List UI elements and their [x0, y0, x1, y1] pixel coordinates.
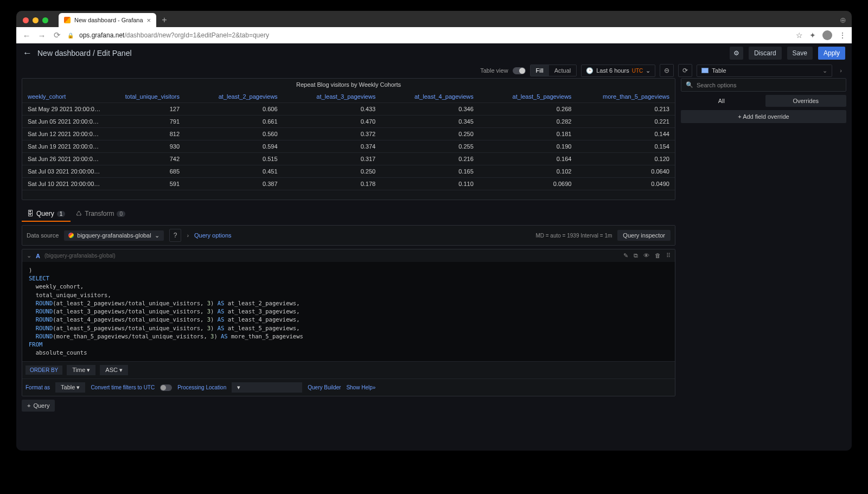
cell: 0.282 — [479, 116, 577, 127]
refresh-button[interactable]: ⟳ — [678, 64, 692, 77]
trash-icon[interactable]: 🗑 — [655, 252, 661, 259]
grafana-favicon-icon — [64, 17, 71, 23]
query-tabs: 🗄Query1 ♺Transform0 — [22, 203, 675, 222]
convert-utc-label: Convert time filters to UTC — [91, 384, 155, 390]
database-icon: 🗄 — [27, 210, 34, 217]
panel-settings-button[interactable]: ⚙ — [730, 47, 743, 60]
col-header[interactable]: at_least_2_pageviews — [185, 91, 283, 102]
cell: 742 — [106, 153, 185, 165]
cell: 0.451 — [185, 165, 283, 177]
nav-reload-icon[interactable]: ⟳ — [52, 30, 62, 40]
cell: 0.221 — [577, 116, 675, 127]
cell: 0.178 — [283, 178, 381, 190]
order-by-field[interactable]: Time ▾ — [67, 365, 95, 375]
cell: Sat Jun 12 2021 20:00:00 GMT-0400 (E... — [22, 128, 106, 140]
cell: Sat Jun 19 2021 20:00:00 GMT-0400 (E... — [22, 140, 106, 152]
order-by-dir[interactable]: ASC ▾ — [100, 365, 128, 375]
table-row: Sat Jul 10 2021 20:00:00 GMT-0400 (Ea...… — [22, 178, 675, 190]
format-as-select[interactable]: Table ▾ — [55, 382, 85, 393]
cell: 0.346 — [381, 103, 479, 115]
datasource-picker[interactable]: bigquery-grafanalabs-global ⌄ — [64, 230, 163, 241]
add-query-button[interactable]: +Query — [22, 400, 55, 412]
nav-back-icon[interactable]: ← — [22, 31, 31, 40]
table-row: Sat Jul 03 2021 20:00:00 GMT-0400 (Ea...… — [22, 165, 675, 178]
time-range-picker[interactable]: 🕒 Last 6 hours UTC ⌄ — [581, 65, 655, 77]
search-icon: 🔍 — [686, 81, 693, 88]
toggle-visibility-icon[interactable]: 👁 — [643, 252, 649, 259]
fill-actual-segment[interactable]: Fill Actual — [530, 65, 577, 76]
new-tab-button[interactable]: + — [156, 13, 172, 27]
col-header[interactable]: total_unique_visitors — [106, 91, 185, 102]
window-overflow-icon[interactable]: ⊕ — [840, 16, 846, 24]
panel-nav-right-icon[interactable]: › — [837, 65, 845, 76]
tab-transform[interactable]: ♺Transform0 — [71, 207, 131, 222]
close-tab-icon[interactable]: × — [147, 16, 151, 24]
tab-all[interactable]: All — [681, 95, 762, 107]
apply-button[interactable]: Apply — [818, 47, 845, 60]
cell: 791 — [106, 116, 185, 127]
table-header-row: weekly_cohorttotal_unique_visitorsat_lea… — [22, 91, 675, 103]
cell: 0.165 — [381, 165, 479, 177]
cell: 685 — [106, 165, 185, 177]
save-button[interactable]: Save — [787, 47, 813, 60]
cell: 0.606 — [185, 103, 283, 115]
cell: 0.120 — [577, 153, 675, 165]
col-header[interactable]: weekly_cohort — [22, 91, 106, 102]
profile-avatar[interactable] — [822, 30, 832, 40]
extensions-icon[interactable]: ✦ — [809, 31, 816, 40]
col-header[interactable]: at_least_4_pageviews — [381, 91, 479, 102]
edit-icon[interactable]: ✎ — [623, 252, 628, 259]
col-header[interactable]: at_least_5_pageviews — [479, 91, 577, 102]
cell: 0.515 — [185, 153, 283, 165]
table-row: Sat May 29 2021 20:00:00 GMT-0400 (E...1… — [22, 103, 675, 116]
discard-button[interactable]: Discard — [749, 47, 782, 60]
format-as-label: Format as — [25, 384, 50, 390]
fill-option[interactable]: Fill — [531, 65, 549, 76]
chevron-down-icon: ⌄ — [155, 232, 159, 239]
processing-location-select[interactable]: ▾ — [232, 382, 302, 393]
datasource-label: Data source — [27, 232, 59, 239]
cell: 0.470 — [283, 116, 381, 127]
cell: 0.594 — [185, 140, 283, 152]
duplicate-icon[interactable]: ⧉ — [634, 252, 638, 259]
cell: 0.0690 — [479, 178, 577, 190]
actual-option[interactable]: Actual — [549, 65, 577, 76]
table-view-label: Table view — [480, 67, 508, 74]
back-icon[interactable]: ← — [23, 48, 32, 59]
panel-preview: Repeat Blog visitors by Weekly Cohorts w… — [22, 78, 675, 200]
cell: 0.181 — [479, 128, 577, 140]
chevron-down-icon: ⌄ — [646, 67, 650, 74]
nav-forward-icon[interactable]: → — [37, 31, 47, 40]
add-field-override-button[interactable]: + Add field override — [681, 110, 846, 123]
cell: 0.317 — [283, 153, 381, 165]
cell: 0.216 — [381, 153, 479, 165]
query-inspector-button[interactable]: Query inspector — [617, 230, 671, 241]
cell: Sat Jul 03 2021 20:00:00 GMT-0400 (Ea... — [22, 165, 106, 177]
col-header[interactable]: at_least_3_pageviews — [283, 91, 381, 102]
tab-query[interactable]: 🗄Query1 — [22, 207, 71, 222]
convert-utc-toggle[interactable] — [160, 384, 172, 391]
zoom-out-button[interactable]: ⊖ — [660, 64, 674, 77]
url-text[interactable]: ops.grafana.net/dashboard/new?orgId=1&ed… — [79, 31, 790, 39]
cell: 0.0640 — [577, 165, 675, 177]
query-options-link[interactable]: Query options — [194, 232, 231, 239]
show-help-link[interactable]: Show Help» — [346, 384, 375, 390]
collapse-icon[interactable]: ⌄ — [27, 252, 31, 259]
kebab-menu-icon[interactable]: ⋮ — [839, 31, 846, 40]
tab-overrides[interactable]: Overrides — [765, 95, 847, 107]
drag-handle-icon[interactable]: ⠿ — [666, 252, 671, 259]
search-options-input[interactable]: 🔍Search options — [681, 78, 846, 92]
cell: Sat Jun 26 2021 20:00:00 GMT-0400 (E... — [22, 153, 106, 165]
cell: 0.250 — [381, 128, 479, 140]
table-view-toggle[interactable] — [513, 67, 526, 74]
browser-tab[interactable]: New dashboard - Grafana × — [59, 13, 156, 27]
query-builder-link[interactable]: Query Builder — [308, 384, 341, 390]
datasource-help-button[interactable]: ? — [169, 229, 182, 242]
visualization-picker[interactable]: Table ⌄ — [697, 65, 832, 77]
sql-editor[interactable]: ) SELECT weekly_cohort, total_unique_vis… — [22, 262, 675, 361]
star-icon[interactable]: ☆ — [796, 31, 803, 40]
mac-traffic-lights[interactable] — [23, 17, 48, 23]
order-by-label: ORDER BY — [25, 365, 62, 375]
query-ref-id: A — [36, 253, 40, 259]
col-header[interactable]: more_than_5_pageviews — [577, 91, 675, 102]
